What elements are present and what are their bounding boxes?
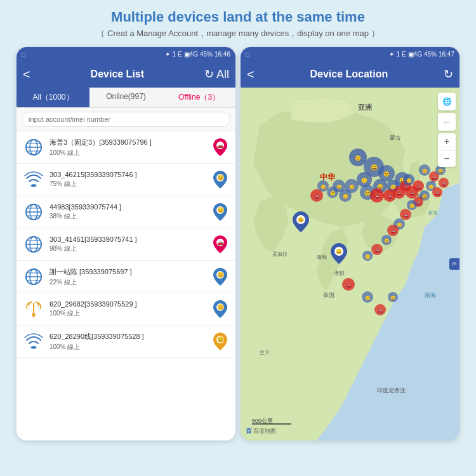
svg-text:孟加拉: 孟加拉	[272, 251, 288, 257]
device-name: 44983[359339075744 ]	[50, 203, 206, 211]
left-bt-icon: ✦	[165, 51, 170, 58]
svg-text:印度尼西亚: 印度尼西亚	[377, 387, 406, 393]
device-status: 75% 線上	[50, 180, 206, 188]
svg-text:😀: 😀	[371, 164, 378, 171]
left-network: E	[178, 51, 182, 58]
phones-container: □ ✦ 1 E ▣4G 45% 16:46 < Device List ↻ Al…	[0, 43, 476, 447]
globe-icon	[23, 266, 44, 288]
tab-online[interactable]: Online(997)	[89, 88, 162, 107]
left-tab-bar: All（1000） Online(997) Offline（3）	[17, 88, 235, 108]
svg-text:😊: 😊	[383, 171, 390, 177]
svg-text:🙂: 🙂	[330, 190, 336, 196]
device-item[interactable]: 620_28290线[359339075528 ] 100% 線上 😊	[17, 326, 235, 358]
layer-button[interactable]: ···	[438, 113, 456, 131]
svg-text:🚗: 🚗	[397, 190, 402, 196]
svg-text:兰卡: 兰卡	[260, 350, 270, 355]
svg-text:😊: 😊	[409, 203, 415, 209]
device-status: 100% 線上	[50, 309, 206, 318]
device-info: 海普3（固定3）[359339075796 ] 100% 線上	[50, 138, 206, 157]
svg-text:😊: 😊	[321, 184, 326, 190]
tab-all[interactable]: All（1000）	[17, 88, 89, 107]
svg-text:老挝: 老挝	[334, 270, 345, 276]
right-battery: 45%	[424, 51, 437, 58]
device-pin: 😊	[211, 333, 229, 350]
device-item[interactable]: 海普3（固定3）[359339075796 ] 100% 線上 🚗	[17, 131, 235, 164]
device-info: 620_28290线[359339075528 ] 100% 線上	[50, 332, 206, 352]
right-bt-icon: ✦	[389, 51, 394, 58]
svg-text:😊: 😊	[298, 216, 304, 223]
device-list: 海普3（固定3）[359339075796 ] 100% 線上 🚗	[17, 131, 235, 440]
right-refresh-button[interactable]: ↻	[444, 67, 453, 81]
right-lte: ▣4G	[408, 51, 422, 58]
map-svg: 南海 东海 亚洲 蒙古 中华 缅甸 老挝 泰国 兰卡 孟加拉 韩国 东 印度尼西…	[241, 88, 459, 440]
baidu-logo: 百 百度地图	[246, 426, 276, 435]
right-panel-label: E	[449, 258, 459, 270]
device-status: 100% 線上	[50, 343, 206, 352]
svg-text:🚗: 🚗	[314, 194, 320, 199]
globe-icon	[23, 234, 44, 255]
svg-text:🚗: 🚗	[403, 213, 409, 218]
left-battery: 45%	[200, 51, 213, 58]
svg-text:😊: 😊	[217, 206, 225, 214]
device-status: 22% 線上	[50, 278, 206, 287]
svg-text:南海: 南海	[425, 292, 436, 298]
svg-text:500公里: 500公里	[252, 418, 273, 424]
right-network: E	[402, 51, 406, 58]
left-nav-title: Device List	[91, 69, 144, 80]
svg-text:亚洲: 亚洲	[358, 103, 372, 111]
svg-text:🚗: 🚗	[387, 194, 393, 199]
device-status: 100% 線上	[50, 149, 206, 157]
svg-text:🚗: 🚗	[416, 184, 421, 190]
antenna-icon	[23, 298, 44, 320]
page-wrapper: Multiple devices land at the same time （…	[0, 0, 476, 476]
svg-text:😊: 😊	[217, 336, 225, 343]
svg-text:蒙古: 蒙古	[390, 135, 401, 141]
left-chat-icon: □	[22, 51, 25, 58]
svg-text:😊: 😊	[364, 190, 371, 196]
right-chat-icon: □	[246, 51, 249, 58]
baidu-icon: 百	[246, 426, 252, 435]
globe-view-button[interactable]: 🌐	[438, 93, 456, 110]
svg-text:😊: 😊	[406, 178, 412, 183]
svg-marker-31	[32, 314, 36, 317]
left-time: 16:46	[215, 51, 230, 58]
device-pin: 🚗	[211, 235, 229, 253]
sub-title: （ Creat a Manage Account，manage many dev…	[96, 28, 379, 39]
svg-text:😀: 😀	[438, 168, 444, 174]
svg-text:🚗: 🚗	[217, 142, 223, 149]
left-back-button[interactable]: <	[23, 67, 30, 82]
zoom-out-button[interactable]: −	[438, 150, 456, 167]
right-back-button[interactable]: <	[247, 67, 255, 82]
left-phone: □ ✦ 1 E ▣4G 45% 16:46 < Device List ↻ Al…	[17, 47, 235, 440]
svg-text:😀: 😀	[336, 248, 342, 255]
device-status: 98% 線上	[50, 244, 206, 253]
device-info: 44983[359339075744 ] 38% 線上	[50, 203, 206, 221]
right-status-bar: □ ✦ 1 E ▣4G 45% 16:47	[241, 47, 459, 61]
device-item[interactable]: 620_29682[359339075529 ] 100% 線上 😊	[17, 293, 235, 326]
device-item[interactable]: 謝一站陈 [359339075697 ] 22% 線上 😊	[17, 261, 235, 293]
device-pin: 🚗	[211, 138, 229, 156]
main-title: Multiple devices land at the same time	[96, 9, 379, 25]
zoom-in-button[interactable]: +	[438, 133, 456, 150]
map-container[interactable]: 南海 东海 亚洲 蒙古 中华 缅甸 老挝 泰国 兰卡 孟加拉 韩国 东 印度尼西…	[241, 88, 459, 440]
device-item[interactable]: 303_46215[359339075746 ] 75% 線上 😊	[17, 164, 235, 196]
wifi-icon	[23, 331, 44, 352]
device-name: 海普3（固定3）[359339075796 ]	[50, 138, 206, 147]
search-input[interactable]	[22, 112, 230, 127]
right-nav-bar: < Device Location ↻	[241, 61, 459, 88]
svg-text:😀: 😀	[422, 194, 428, 199]
svg-text:泰国: 泰国	[323, 292, 334, 298]
device-pin: 😊	[211, 268, 229, 286]
left-nav-action[interactable]: ↻ All	[204, 67, 229, 81]
wifi-icon	[23, 169, 44, 190]
zoom-container: + −	[438, 133, 456, 167]
left-nav-bar: < Device List ↻ All	[17, 61, 235, 88]
svg-text:😊: 😊	[355, 155, 361, 161]
svg-text:😊: 😊	[217, 303, 225, 311]
svg-text:😊: 😊	[217, 174, 225, 182]
device-item[interactable]: 44983[359339075744 ] 38% 線上 😊	[17, 196, 235, 228]
device-item[interactable]: 303_41451[359339075741 ] 98% 線上 🚗	[17, 228, 235, 261]
tab-offline[interactable]: Offline（3）	[162, 88, 235, 107]
globe-icon	[23, 201, 44, 223]
svg-text:😊: 😊	[349, 184, 355, 190]
